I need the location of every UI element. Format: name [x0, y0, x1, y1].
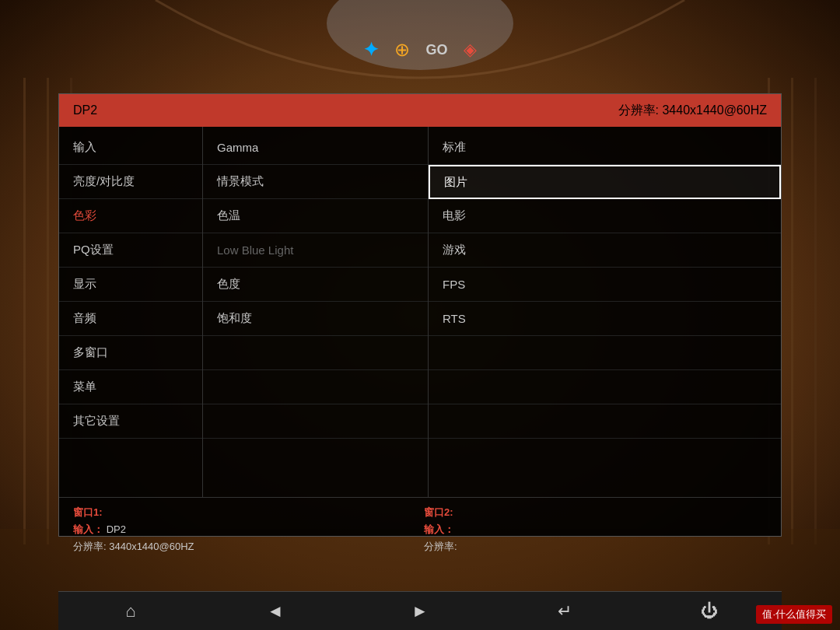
- window1-input-value: DP2: [107, 523, 126, 535]
- window2-resolution: 分辨率:: [424, 541, 457, 552]
- osd-right: 标准 图片 电影 游戏 FPS RTS: [429, 127, 781, 497]
- svg-rect-2: [47, 78, 49, 544]
- source-label: DP2: [73, 103, 97, 117]
- right-button[interactable]: ►: [404, 596, 436, 627]
- window2-label: 窗口2:: [424, 506, 453, 518]
- sidebar-item-input[interactable]: 输入: [59, 131, 202, 165]
- osd-header: DP2 分辨率: 3440x1440@60HZ: [59, 94, 781, 127]
- sidebar-item-audio[interactable]: 音频: [59, 302, 202, 336]
- center-item-gamma[interactable]: Gamma: [203, 131, 428, 165]
- game-icons-bar: ✦ ⊕ GO ◈: [363, 39, 476, 61]
- power-button[interactable]: ⏻: [694, 596, 725, 627]
- info-window1: 窗口1: 输入： DP2 分辨率: 3440x1440@60HZ: [73, 504, 416, 553]
- home-button[interactable]: ⌂: [115, 596, 146, 627]
- sidebar-item-menu[interactable]: 菜单: [59, 370, 202, 404]
- right-item-empty1: [429, 336, 781, 370]
- center-item-saturation[interactable]: 饱和度: [203, 302, 428, 336]
- sidebar-item-color[interactable]: 色彩: [59, 199, 202, 233]
- center-item-empty3: [203, 404, 428, 439]
- center-item-hue[interactable]: 色度: [203, 268, 428, 302]
- sidebar-item-brightness[interactable]: 亮度/对比度: [59, 165, 202, 199]
- center-item-lowblue[interactable]: Low Blue Light: [203, 233, 428, 268]
- center-item-colortemp[interactable]: 色温: [203, 199, 428, 233]
- game-icon-csgo: GO: [425, 42, 447, 58]
- right-item-empty3: [429, 404, 781, 439]
- osd-body: 输入 亮度/对比度 色彩 PQ设置 显示 音频 多窗口 菜单: [59, 127, 781, 497]
- right-item-fps[interactable]: FPS: [429, 268, 781, 302]
- game-icon-dota: ◈: [464, 40, 477, 60]
- svg-rect-5: [791, 78, 793, 544]
- osd-toolbar: ⌂ ◄ ► ↵ ⏻: [58, 591, 782, 630]
- sidebar-item-display[interactable]: 显示: [59, 268, 202, 302]
- window2-input-label: 输入：: [424, 523, 454, 535]
- osd-info-bar: 窗口1: 输入： DP2 分辨率: 3440x1440@60HZ 窗口2: 输入…: [59, 497, 781, 559]
- osd-center: Gamma 情景模式 色温 Low Blue Light 色度 饱和度: [203, 127, 429, 497]
- window1-label: 窗口1:: [73, 506, 103, 518]
- resolution-label: 分辨率: 3440x1440@60HZ: [618, 103, 767, 119]
- game-icon-overwatch: ⊕: [394, 39, 410, 61]
- window1-input-label: 输入：: [73, 523, 103, 535]
- right-item-picture[interactable]: 图片: [429, 165, 781, 199]
- svg-rect-6: [814, 78, 817, 544]
- watermark: 值·什么值得买: [756, 605, 832, 624]
- center-item-empty1: [203, 336, 428, 370]
- right-item-rts[interactable]: RTS: [429, 302, 781, 336]
- right-item-empty2: [429, 370, 781, 404]
- right-item-game[interactable]: 游戏: [429, 233, 781, 268]
- center-item-empty2: [203, 370, 428, 404]
- enter-button[interactable]: ↵: [549, 596, 580, 627]
- right-item-standard[interactable]: 标准: [429, 131, 781, 165]
- sidebar-item-pq[interactable]: PQ设置: [59, 233, 202, 268]
- sidebar-item-other[interactable]: 其它设置: [59, 404, 202, 439]
- game-icon-starcraft: ✦: [363, 39, 379, 61]
- left-button[interactable]: ◄: [260, 596, 291, 627]
- right-item-movie[interactable]: 电影: [429, 199, 781, 233]
- sidebar-item-multiwindow[interactable]: 多窗口: [59, 336, 202, 370]
- osd-sidebar: 输入 亮度/对比度 色彩 PQ设置 显示 音频 多窗口 菜单: [59, 127, 203, 497]
- window1-resolution: 分辨率: 3440x1440@60HZ: [73, 541, 194, 552]
- info-window2: 窗口2: 输入： 分辨率:: [424, 504, 767, 553]
- osd-panel: DP2 分辨率: 3440x1440@60HZ 输入 亮度/对比度 色彩 PQ设…: [58, 93, 782, 537]
- center-item-scene[interactable]: 情景模式: [203, 165, 428, 199]
- svg-rect-1: [23, 78, 26, 544]
